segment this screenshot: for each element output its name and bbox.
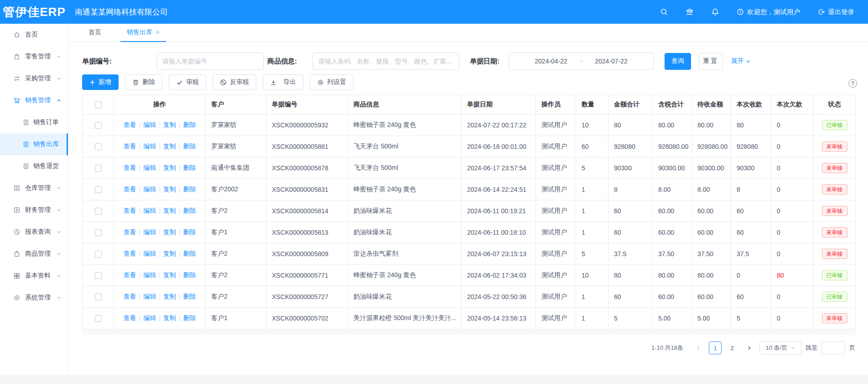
sidebar-subitem-0[interactable]: 销售订单 xyxy=(0,111,68,133)
jump-input[interactable] xyxy=(821,342,845,354)
row-checkbox[interactable] xyxy=(95,208,102,215)
edit-link[interactable]: 编辑 xyxy=(143,164,156,171)
copy-link[interactable]: 复制 xyxy=(163,207,176,214)
view-link[interactable]: 查看 xyxy=(124,250,136,257)
copy-link[interactable]: 复制 xyxy=(163,164,176,171)
delete-link[interactable]: 删除 xyxy=(183,142,196,150)
select-all-checkbox[interactable] xyxy=(95,101,102,108)
row-checkbox[interactable] xyxy=(95,251,102,258)
sidebar-item-7[interactable]: 商品管理 xyxy=(0,243,68,265)
sidebar-item-9[interactable]: 系统管理 xyxy=(0,287,68,309)
cell-amount: 80 xyxy=(608,115,653,136)
tab-home[interactable]: 首页 xyxy=(88,23,101,42)
logout-button[interactable]: 退出登录 xyxy=(817,8,854,16)
product-info-input[interactable] xyxy=(312,53,459,70)
status-badge: 已审核 xyxy=(822,270,847,280)
sidebar-item-2[interactable]: 采购管理 xyxy=(0,68,68,89)
row-checkbox[interactable] xyxy=(95,272,102,279)
row-checkbox[interactable] xyxy=(95,143,102,150)
bell-icon[interactable] xyxy=(711,8,719,16)
next-page-button[interactable] xyxy=(743,342,755,354)
delete-link[interactable]: 删除 xyxy=(183,271,196,279)
jump-suffix: 页 xyxy=(849,344,855,352)
copy-link[interactable]: 复制 xyxy=(163,250,176,257)
delete-link[interactable]: 删除 xyxy=(183,185,196,193)
sidebar-item-1[interactable]: 零售管理 xyxy=(0,46,68,68)
sidebar-item-5[interactable]: 财务管理 xyxy=(0,199,68,221)
view-link[interactable]: 查看 xyxy=(124,293,136,300)
welcome-user[interactable]: 欢迎您，测试用户 xyxy=(737,8,800,16)
row-checkbox[interactable] xyxy=(95,122,102,129)
view-link[interactable]: 查看 xyxy=(124,121,136,128)
delete-link[interactable]: 删除 xyxy=(183,228,196,236)
sidebar-item-6[interactable]: 报表查询 xyxy=(0,221,68,243)
page-1-button[interactable]: 1 xyxy=(709,342,722,354)
edit-link[interactable]: 编辑 xyxy=(143,121,156,128)
page-2-button[interactable]: 2 xyxy=(726,342,738,354)
edit-link[interactable]: 编辑 xyxy=(143,314,156,321)
audit-button[interactable]: 审核 xyxy=(169,74,206,90)
row-checkbox[interactable] xyxy=(95,294,102,300)
delete-link[interactable]: 删除 xyxy=(183,314,196,321)
delete-link[interactable]: 删除 xyxy=(183,250,196,257)
add-button[interactable]: 新增 xyxy=(82,74,119,90)
horizontal-scrollbar[interactable] xyxy=(82,329,855,335)
sidebar-item-3[interactable]: 销售管理 xyxy=(0,89,68,111)
row-checkbox[interactable] xyxy=(95,315,102,322)
copy-link[interactable]: 复制 xyxy=(163,314,176,321)
sidebar-item-8[interactable]: 基本资料 xyxy=(0,265,68,287)
delete-link[interactable]: 删除 xyxy=(183,293,196,300)
copy-link[interactable]: 复制 xyxy=(163,293,176,300)
copy-link[interactable]: 复制 xyxy=(163,185,176,193)
row-checkbox[interactable] xyxy=(95,165,102,172)
sidebar-subitem-1[interactable]: 销售出库 xyxy=(0,133,68,155)
copy-link[interactable]: 复制 xyxy=(163,228,176,236)
cell-owed: 0 xyxy=(771,200,814,222)
view-link[interactable]: 查看 xyxy=(124,142,136,150)
edit-link[interactable]: 编辑 xyxy=(143,207,156,214)
bank-icon[interactable] xyxy=(686,8,694,16)
row-checkbox[interactable] xyxy=(95,186,102,193)
tab-sales-outbound[interactable]: 销售出库 × xyxy=(127,23,160,42)
edit-link[interactable]: 编辑 xyxy=(143,142,156,150)
delete-link[interactable]: 删除 xyxy=(183,164,196,171)
end-date[interactable]: 2024-07-22 xyxy=(595,58,628,65)
column-settings-button[interactable]: 列设置 xyxy=(310,74,353,90)
help-icon[interactable]: ? xyxy=(848,79,857,88)
start-date[interactable]: 2024-04-22 xyxy=(535,58,567,65)
view-link[interactable]: 查看 xyxy=(124,271,136,279)
expand-link[interactable]: 展开 xyxy=(731,57,751,65)
page-size-select[interactable]: 10 条/页 xyxy=(759,341,801,355)
delete-link[interactable]: 删除 xyxy=(183,207,196,214)
close-icon[interactable]: × xyxy=(156,29,160,36)
date-range-picker[interactable]: 2024-04-22 ~ 2024-07-22 xyxy=(509,53,654,70)
view-link[interactable]: 查看 xyxy=(124,228,136,236)
edit-link[interactable]: 编辑 xyxy=(143,250,156,257)
copy-link[interactable]: 复制 xyxy=(163,142,176,150)
delete-link[interactable]: 删除 xyxy=(183,121,196,128)
reset-button[interactable]: 重置 xyxy=(699,53,723,70)
copy-link[interactable]: 复制 xyxy=(163,271,176,279)
bill-no-input[interactable] xyxy=(156,53,264,70)
edit-link[interactable]: 编辑 xyxy=(143,228,156,236)
row-checkbox[interactable] xyxy=(95,229,102,236)
search-icon[interactable] xyxy=(660,8,668,16)
app-logo[interactable]: 管伊佳ERP xyxy=(0,4,68,20)
cell-qty: 5 xyxy=(576,158,608,179)
edit-link[interactable]: 编辑 xyxy=(143,293,156,300)
sidebar-item-0[interactable]: 首页 xyxy=(0,24,68,46)
search-button[interactable]: 查询 xyxy=(665,53,691,70)
edit-link[interactable]: 编辑 xyxy=(143,271,156,279)
view-link[interactable]: 查看 xyxy=(124,185,136,193)
view-link[interactable]: 查看 xyxy=(124,164,136,171)
prev-page-button[interactable] xyxy=(692,342,705,354)
unaudit-button[interactable]: 反审核 xyxy=(213,74,256,90)
edit-link[interactable]: 编辑 xyxy=(143,185,156,193)
delete-button[interactable]: 删除 xyxy=(125,74,162,90)
export-button[interactable]: 导出 xyxy=(263,74,303,90)
view-link[interactable]: 查看 xyxy=(124,314,136,321)
sidebar-item-4[interactable]: 仓库管理 xyxy=(0,177,68,199)
copy-link[interactable]: 复制 xyxy=(163,121,176,128)
sidebar-subitem-2[interactable]: 销售退货 xyxy=(0,155,68,177)
view-link[interactable]: 查看 xyxy=(124,207,136,214)
